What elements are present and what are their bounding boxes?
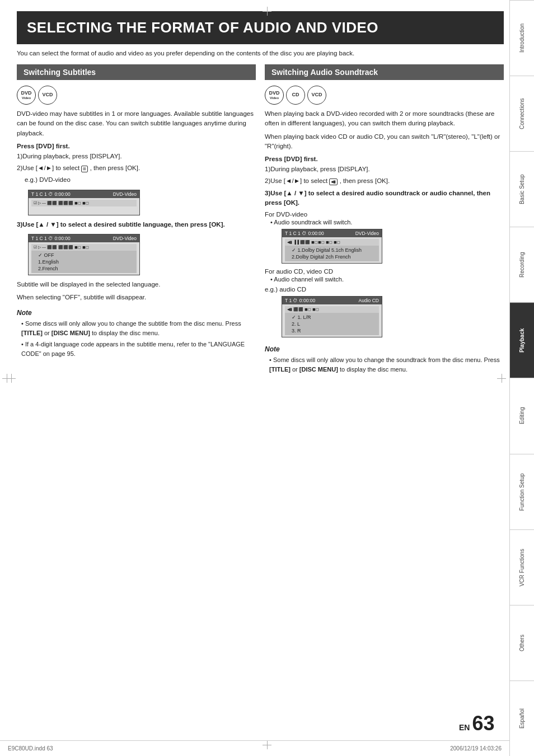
two-column-layout: Switching Subtitles DVD Video VCD DVD-vi… (17, 64, 504, 376)
disc-badge-dvd: DVD Video (17, 86, 36, 105)
cd-menu-item-3: 3. R (289, 327, 374, 334)
menu-item-off: OFF (36, 252, 132, 259)
subtitles-note: Note Some discs will only allow you to c… (17, 309, 256, 358)
sidebar-playback: Playback (510, 302, 534, 378)
disc-badge-dvd-audio: DVD Video (265, 86, 284, 105)
subtitles-body1: DVD-video may have subtitles in 1 or mor… (17, 109, 256, 138)
screen-body-2: ☑ ▷ — ⬛⬛ ⬛⬛⬛ ◼◻ ◼◻ OFF 1.English 2.Frenc… (29, 242, 139, 275)
screen-body-1: ☑ ▷ — ⬛⬛ ⬛⬛⬛ ◼◻ ◼◻ (29, 198, 139, 215)
screen-menu: OFF 1.English 2.French (31, 251, 137, 273)
audio-note-title: Note (265, 345, 504, 353)
result-text2: When selecting "OFF", subtitle will disa… (17, 293, 256, 302)
for-dvd-label: For DVD-video (265, 211, 504, 218)
disc-badge-cd: CD (286, 86, 305, 105)
dvd-menu-item-2: 2.Dolby Digital 2ch French (289, 253, 374, 260)
sidebar-editing: Editing (510, 378, 534, 453)
audio-heading: Switching Audio Soundtrack (265, 64, 504, 80)
audio-disc-badges: DVD Video CD VCD (265, 86, 504, 105)
screen-header-1: T 1 C 1 ⏱ 0:00:00 DVD-Video (29, 190, 139, 198)
audio-step1: 1)During playback, press [DISPLAY]. (265, 165, 504, 174)
audio-step0: Press [DVD] first. (265, 156, 504, 162)
screen-header-2: T 1 C 1 ⏱ 0:00:00 DVD-Video (29, 234, 139, 242)
screen-icons-2: ☑ ▷ — ⬛⬛ ⬛⬛⬛ ◼◻ ◼◻ (31, 244, 137, 251)
screen-header-cd: T 1 ⏱ 0:00:00 Audio CD (282, 297, 382, 304)
screen-header-dvd: T 1 C 1 ⏱ 0:00:00 DVD-Video (282, 229, 382, 237)
screen-mockup-cd: T 1 ⏱ 0:00:00 Audio CD ◀▮ ⬛⬛ ◼◻ ◼◻ 1. L/… (282, 296, 382, 337)
subtitles-heading: Switching Subtitles (17, 64, 256, 80)
footer-left: E9C80UD.indd 63 (8, 745, 53, 752)
page-lang: EN (459, 723, 470, 732)
audio-body2: When playing back video CD or audio CD, … (265, 132, 504, 152)
screen-icons-dvd: ◀▮ ▐▐ ⬛⬛ ◼◻◼◻ ◼◻ ◼◻ (285, 239, 379, 246)
screen-body-cd: ◀▮ ⬛⬛ ◼◻ ◼◻ 1. L/R 2. L 3. R (282, 304, 382, 337)
screen-mockup-dvd: T 1 C 1 ⏱ 0:00:00 DVD-Video ◀▮ ▐▐ ⬛⬛ ◼◻◼… (282, 229, 382, 264)
eg-cd-label: e.g.) audio CD (265, 286, 504, 293)
subtitles-note-2: If a 4-digit language code appears in th… (21, 340, 256, 358)
intro-text: You can select the format of audio and v… (17, 50, 504, 57)
subtitle-icon: ⊞ (81, 166, 88, 172)
menu-item-english: 1.English (36, 259, 132, 265)
audio-step3: 3)Use [▲ / ▼] to select a desired audio … (265, 189, 504, 208)
audio-body1: When playing back a DVD-video recorded w… (265, 109, 504, 129)
disc-badge-vcd-audio: VCD (307, 86, 326, 105)
disc-badge-vcd: VCD (38, 86, 57, 105)
screen-menu-dvd: 1.Dolby Digital 5.1ch English 2.Dolby Di… (285, 246, 379, 261)
audio-note-1: Some discs will only allow you to change… (269, 355, 504, 374)
sidebar-espanol: Español (510, 680, 534, 756)
result-text1: Subtitle will be displayed in the select… (17, 280, 256, 289)
subtitles-note-1: Some discs will only allow you to change… (21, 319, 256, 337)
subtitles-note-title: Note (17, 309, 256, 317)
subtitles-step2-eg: e.g.) DVD-video (25, 175, 256, 185)
audio-note: Note Some discs will only allow you to c… (265, 345, 504, 374)
audio-section: Switching Audio Soundtrack DVD Video CD … (265, 64, 504, 376)
for-cd-label: For audio CD, video CD (265, 268, 504, 275)
sidebar-recording: Recording (510, 227, 534, 302)
subtitles-step1: 1)During playback, press [DISPLAY]. (17, 152, 256, 161)
screen-mockup-2: T 1 C 1 ⏱ 0:00:00 DVD-Video ☑ ▷ — ⬛⬛ ⬛⬛⬛… (28, 234, 140, 275)
subtitles-step2: 2)Use [◄/►] to select ⊞ , then press [OK… (17, 163, 256, 173)
bottom-bar: E9C80UD.indd 63 2006/12/19 14:03:26 (0, 740, 509, 756)
subtitles-step3: 3)Use [▲ / ▼] to select a desired subtit… (17, 220, 256, 229)
cd-menu-item-2: 2. L (289, 321, 374, 327)
screen-mockup-1: T 1 C 1 ⏱ 0:00:00 DVD-Video ☑ ▷ — ⬛⬛ ⬛⬛⬛… (28, 190, 140, 215)
sidebar-connections: Connections (510, 76, 534, 151)
audio-icon: ◀▮ (329, 179, 338, 185)
screen-body-dvd: ◀▮ ▐▐ ⬛⬛ ◼◻◼◻ ◼◻ ◼◻ 1.Dolby Digital 5.1c… (282, 237, 382, 263)
sidebar-basic-setup: Basic Setup (510, 151, 534, 227)
page-title: SELECTING THE FORMAT OF AUDIO AND VIDEO (17, 11, 504, 44)
subtitles-section: Switching Subtitles DVD Video VCD DVD-vi… (17, 64, 256, 376)
bullet-cd: Audio channel will switch. (270, 276, 504, 283)
crosshair-left-mid (2, 374, 11, 383)
screen-icons-1: ☑ ▷ — ⬛⬛ ⬛⬛⬛ ◼◻ ◼◻ (31, 200, 137, 206)
menu-item-french: 2.French (36, 265, 132, 272)
right-sidebar: Introduction Connections Basic Setup Rec… (509, 0, 534, 756)
screen-menu-cd: 1. L/R 2. L 3. R (285, 313, 379, 335)
page-number: 63 (472, 713, 494, 734)
sidebar-others: Others (510, 605, 534, 680)
screen-icons-cd: ◀▮ ⬛⬛ ◼◻ ◼◻ (285, 306, 379, 313)
footer-right: 2006/12/19 14:03:26 (450, 745, 502, 752)
crosshair-top (263, 7, 271, 16)
main-content: SELECTING THE FORMAT OF AUDIO AND VIDEO … (6, 0, 509, 387)
sidebar-vcr-functions: VCR Functions (510, 529, 534, 605)
sidebar-introduction: Introduction (510, 0, 534, 76)
page-number-area: EN 63 (459, 713, 495, 734)
subtitles-step0: Press [DVD] first. (17, 143, 256, 149)
bullet-dvd: Audio soundtrack will switch. (270, 219, 504, 226)
dvd-menu-item-1: 1.Dolby Digital 5.1ch English (289, 247, 374, 253)
audio-step2: 2)Use [◄/►] to select ◀▮ , then press [O… (265, 176, 504, 186)
sidebar-function-setup: Function Setup (510, 454, 534, 529)
subtitles-disc-badges: DVD Video VCD (17, 86, 256, 105)
crosshair-right-mid (497, 374, 506, 383)
cd-menu-item-1: 1. L/R (289, 314, 374, 321)
